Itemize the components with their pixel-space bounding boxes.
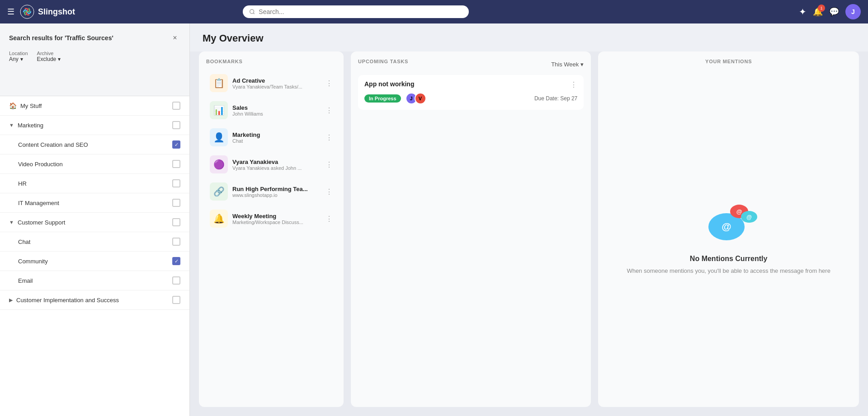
bookmark-item[interactable]: 📊 Sales John Williams ⋮	[206, 97, 336, 124]
bookmark-item[interactable]: 🟣 Vyara Yanakieva Vyara Yanakieva asked …	[206, 151, 336, 178]
archive-filter[interactable]: Archive Exclude ▾	[37, 51, 61, 62]
tree-item-it-mgmt[interactable]: IT Management	[0, 193, 189, 213]
checkbox[interactable]	[172, 121, 180, 129]
bookmark-menu-button[interactable]: ⋮	[326, 187, 333, 196]
bookmark-icon: 🟣	[210, 155, 228, 173]
menu-icon[interactable]: ☰	[7, 7, 14, 17]
checkbox[interactable]	[172, 102, 180, 110]
close-search-button[interactable]: ×	[170, 33, 180, 43]
chevron-icon: ▼	[9, 220, 14, 225]
bookmark-info: Vyara Yanakieva Vyara Yanakieva asked Jo…	[232, 159, 321, 171]
svg-text:@: @	[736, 208, 742, 215]
location-dropdown: 🏠My Stuff▼MarketingContent Creation and …	[0, 96, 189, 416]
checkbox[interactable]	[172, 160, 180, 168]
bookmark-info: Marketing Chat	[232, 131, 321, 144]
bookmark-menu-button[interactable]: ⋮	[326, 79, 333, 88]
notifications-button[interactable]: 🔔 1	[813, 7, 823, 17]
bookmark-item[interactable]: 🔔 Weekly Meeting Marketing/Workspace Dis…	[206, 205, 336, 232]
bookmark-sub: Vyara Yanakieva asked John ...	[232, 165, 321, 171]
tree-item-chat[interactable]: Chat	[0, 232, 189, 252]
tree-item-cust-impl[interactable]: ▶Customer Implementation and Success	[0, 290, 189, 310]
nav-actions: ✦ 🔔 1 💬 J	[799, 4, 861, 19]
bookmark-item[interactable]: 📋 Ad Creative Vyara Yanakieva/Team Tasks…	[206, 70, 336, 97]
bookmark-menu-button[interactable]: ⋮	[326, 160, 333, 169]
bookmark-info: Sales John Williams	[232, 104, 321, 117]
search-filters: Location Any ▾ Archive Exclude ▾	[0, 51, 189, 68]
checkbox[interactable]	[172, 296, 180, 304]
tree-item-label: Customer Support	[18, 219, 172, 226]
tasks-title: UPCOMING TASKS	[358, 59, 408, 64]
assignee-avatar: V	[415, 93, 426, 104]
user-avatar[interactable]: J	[845, 4, 861, 19]
bookmark-sub: John Williams	[232, 111, 321, 117]
tree-item-community[interactable]: Community	[0, 252, 189, 271]
bookmark-name: Marketing	[232, 131, 321, 138]
tree-item-content-seo[interactable]: Content Creation and SEO	[0, 135, 189, 154]
search-icon	[249, 9, 255, 15]
chevron-down-icon: ▾	[58, 56, 61, 62]
bookmark-item[interactable]: 👤 Marketing Chat ⋮	[206, 124, 336, 151]
tree-item-video-prod[interactable]: Video Production	[0, 154, 189, 174]
page-title: My Overview	[203, 33, 855, 44]
checkbox[interactable]	[172, 179, 180, 187]
app-logo: Slingshot	[20, 5, 75, 19]
bookmark-sub: www.slingshotapp.io	[232, 192, 321, 198]
svg-point-1	[250, 9, 254, 14]
tree-item-label: Community	[18, 258, 172, 265]
tree-item-label: Content Creation and SEO	[18, 141, 172, 148]
bookmark-icon: 📊	[210, 101, 228, 119]
tree-item-marketing[interactable]: ▼Marketing	[0, 116, 189, 135]
location-filter[interactable]: Location Any ▾	[9, 51, 28, 62]
tree-item-label: Chat	[18, 238, 172, 245]
tree-item-label: HR	[18, 180, 172, 187]
tree-item-my-stuff[interactable]: 🏠My Stuff	[0, 96, 189, 116]
bookmark-icon: 👤	[210, 128, 228, 146]
app-name: Slingshot	[38, 7, 75, 17]
mentions-empty-sub: When someone mentions you, you'll be abl…	[627, 266, 830, 276]
svg-line-2	[253, 13, 254, 14]
task-menu-button[interactable]: ⋮	[570, 80, 577, 89]
bookmarks-list: 📋 Ad Creative Vyara Yanakieva/Team Tasks…	[206, 70, 336, 232]
checkbox[interactable]	[172, 199, 180, 207]
bookmarks-title: BOOKMARKS	[206, 59, 336, 64]
bookmark-icon: 🔔	[210, 210, 228, 228]
tree-item-email[interactable]: Email	[0, 271, 189, 290]
bookmark-menu-button[interactable]: ⋮	[326, 215, 333, 223]
ai-icon[interactable]: ✦	[799, 6, 807, 17]
bookmarks-card: BOOKMARKS 📋 Ad Creative Vyara Yanakieva/…	[199, 51, 344, 407]
status-badge: In Progress	[364, 94, 401, 103]
archive-value[interactable]: Exclude ▾	[37, 56, 61, 62]
bookmark-menu-button[interactable]: ⋮	[326, 106, 333, 115]
tree-item-customer-support[interactable]: ▼Customer Support	[0, 213, 189, 232]
tasks-header: UPCOMING TASKS This Week ▾	[358, 59, 584, 70]
checkbox[interactable]	[172, 238, 180, 246]
location-value[interactable]: Any ▾	[9, 56, 28, 62]
tasks-card: UPCOMING TASKS This Week ▾ App not worki…	[351, 51, 591, 407]
checkbox[interactable]	[172, 140, 180, 149]
search-panel-title: Search results for 'Traffic Sources'	[9, 34, 113, 42]
checkbox[interactable]	[172, 276, 180, 285]
period-selector[interactable]: This Week ▾	[551, 61, 584, 68]
bookmark-info: Weekly Meeting Marketing/Workspace Discu…	[232, 213, 321, 225]
mentions-card: YOUR MENTIONS @ @ @	[598, 51, 859, 407]
checkbox[interactable]	[172, 257, 180, 265]
tree-item-label: Email	[18, 277, 172, 284]
search-input[interactable]	[259, 8, 462, 15]
mentions-title: YOUR MENTIONS	[705, 59, 752, 64]
mentions-illustration: @ @ @	[697, 194, 760, 244]
tree-item-hr[interactable]: HR	[0, 174, 189, 193]
bookmark-item[interactable]: 🔗 Run High Performing Tea... www.slingsh…	[206, 178, 336, 205]
bookmark-menu-button[interactable]: ⋮	[326, 133, 333, 142]
tree-item-label: IT Management	[18, 200, 172, 206]
bookmark-sub: Vyara Yanakieva/Team Tasks/...	[232, 84, 321, 89]
messages-icon[interactable]: 💬	[829, 7, 839, 17]
task-assignees: JV	[406, 93, 426, 104]
tree-item-label: Video Production	[18, 161, 172, 168]
main-content: Search results for 'Traffic Sources' × L…	[0, 23, 868, 416]
mentions-empty: @ @ @ No Mentions Currently When someone…	[618, 70, 840, 400]
bookmark-sub: Chat	[232, 138, 321, 144]
task-item[interactable]: App not working ⋮ In Progress JV Due Dat…	[358, 75, 584, 110]
checkbox[interactable]	[172, 218, 180, 226]
bookmark-icon: 🔗	[210, 182, 228, 201]
search-bar[interactable]	[243, 5, 469, 18]
